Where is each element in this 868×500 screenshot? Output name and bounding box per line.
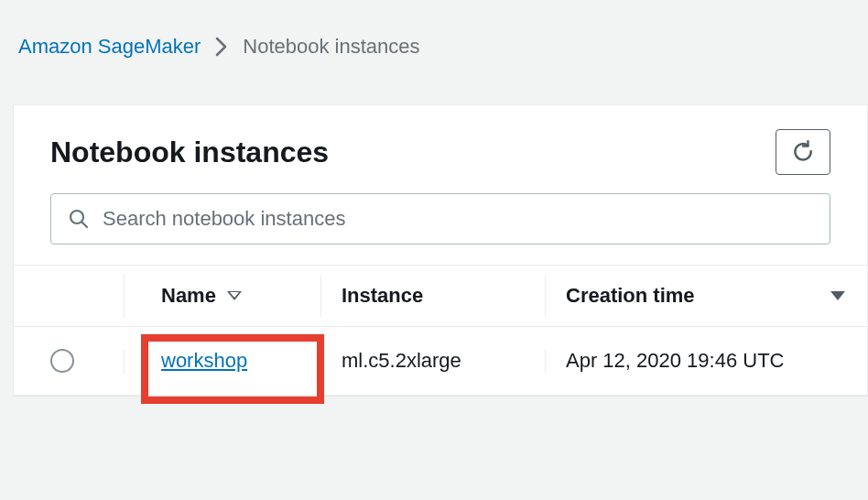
search-icon xyxy=(68,208,90,230)
table-row: workshop ml.c5.2xlarge Apr 12, 2020 19:4… xyxy=(14,326,867,395)
table-header: Name Instance Creation time xyxy=(14,265,867,326)
row-name-cell: workshop xyxy=(124,349,320,373)
row-instance-cell: ml.c5.2xlarge xyxy=(320,349,545,373)
sort-desc-icon xyxy=(830,291,845,300)
column-instance-header[interactable]: Instance xyxy=(320,275,545,317)
breadcrumb-current: Notebook instances xyxy=(243,35,419,59)
column-name-header[interactable]: Name xyxy=(124,275,320,317)
instance-name-link[interactable]: workshop xyxy=(161,349,247,372)
instance-type: ml.c5.2xlarge xyxy=(342,349,461,372)
breadcrumb: Amazon SageMaker Notebook instances xyxy=(0,0,868,86)
column-instance-label: Instance xyxy=(342,284,423,308)
search-input[interactable] xyxy=(103,207,813,231)
page-title: Notebook instances xyxy=(50,136,329,169)
search-container xyxy=(14,193,867,265)
row-creation-time-cell: Apr 12, 2020 19:46 UTC xyxy=(545,349,819,373)
column-creation-time-label: Creation time xyxy=(566,284,695,308)
panel-header: Notebook instances xyxy=(14,105,867,193)
row-select-cell xyxy=(50,349,124,373)
search-box[interactable] xyxy=(50,193,830,245)
chevron-right-icon xyxy=(215,37,228,57)
sort-icon xyxy=(227,291,242,300)
creation-time: Apr 12, 2020 19:46 UTC xyxy=(566,349,784,373)
svg-line-1 xyxy=(82,223,88,228)
breadcrumb-root-link[interactable]: Amazon SageMaker xyxy=(18,35,201,59)
notebook-instances-panel: Notebook instances Name Instance Creatio… xyxy=(13,104,868,396)
column-creation-time-header[interactable]: Creation time xyxy=(545,275,867,317)
row-select-radio[interactable] xyxy=(50,349,74,373)
refresh-icon xyxy=(791,140,815,164)
column-name-label: Name xyxy=(161,284,216,308)
refresh-button[interactable] xyxy=(776,129,830,175)
